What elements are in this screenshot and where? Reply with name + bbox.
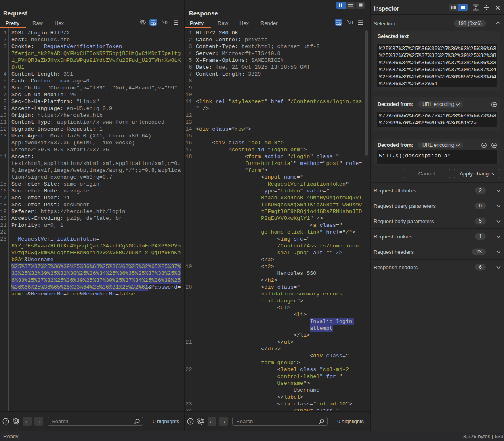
svg-text:?: ?	[189, 419, 192, 424]
svg-text:?: ?	[5, 419, 7, 424]
